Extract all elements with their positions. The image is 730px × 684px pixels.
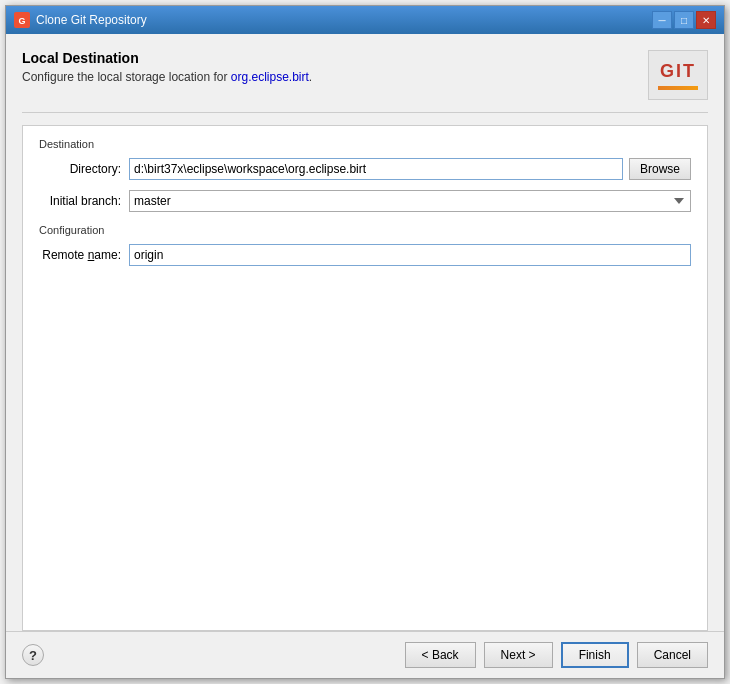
svg-text:G: G	[18, 16, 25, 26]
remote-name-group: Remote name:	[39, 244, 691, 266]
title-bar-left: G Clone Git Repository	[14, 12, 147, 28]
directory-label: Directory:	[39, 162, 129, 176]
main-panel: Destination Directory: Browse Initial br…	[22, 125, 708, 631]
content-area: Local Destination Configure the local st…	[6, 34, 724, 631]
remote-name-input[interactable]	[129, 244, 691, 266]
title-bar-controls: ─ □ ✕	[652, 11, 716, 29]
configuration-section-label: Configuration	[39, 224, 691, 236]
browse-button[interactable]: Browse	[629, 158, 691, 180]
remote-name-label: Remote name:	[39, 248, 129, 262]
git-logo-bar	[658, 86, 698, 90]
finish-button[interactable]: Finish	[561, 642, 629, 668]
remote-name-underline: n	[88, 248, 95, 262]
header-text: Local Destination Configure the local st…	[22, 50, 638, 84]
close-button[interactable]: ✕	[696, 11, 716, 29]
page-title: Local Destination	[22, 50, 638, 66]
header-divider	[22, 112, 708, 113]
description-post: .	[309, 70, 312, 84]
directory-input[interactable]	[129, 158, 623, 180]
branch-label: Initial branch:	[39, 194, 129, 208]
next-button[interactable]: Next >	[484, 642, 553, 668]
footer-left: ?	[22, 644, 44, 666]
minimize-button[interactable]: ─	[652, 11, 672, 29]
footer-right: < Back Next > Finish Cancel	[405, 642, 708, 668]
window-title: Clone Git Repository	[36, 13, 147, 27]
configuration-section: Configuration Remote name:	[39, 224, 691, 266]
branch-group: Initial branch: master develop main	[39, 190, 691, 212]
git-icon: G	[14, 12, 30, 28]
maximize-button[interactable]: □	[674, 11, 694, 29]
git-logo: GIT	[648, 50, 708, 100]
branch-select[interactable]: master develop main	[129, 190, 691, 212]
description-pre: Configure the local storage location for	[22, 70, 231, 84]
footer: ? < Back Next > Finish Cancel	[6, 631, 724, 678]
back-button[interactable]: < Back	[405, 642, 476, 668]
main-window: G Clone Git Repository ─ □ ✕ Local Desti…	[5, 5, 725, 679]
directory-group: Directory: Browse	[39, 158, 691, 180]
header-description: Configure the local storage location for…	[22, 70, 638, 84]
git-logo-text: GIT	[660, 61, 696, 82]
cancel-button[interactable]: Cancel	[637, 642, 708, 668]
help-button[interactable]: ?	[22, 644, 44, 666]
description-link[interactable]: org.eclipse.birt	[231, 70, 309, 84]
destination-section-label: Destination	[39, 138, 691, 150]
header-section: Local Destination Configure the local st…	[22, 50, 708, 100]
title-bar: G Clone Git Repository ─ □ ✕	[6, 6, 724, 34]
